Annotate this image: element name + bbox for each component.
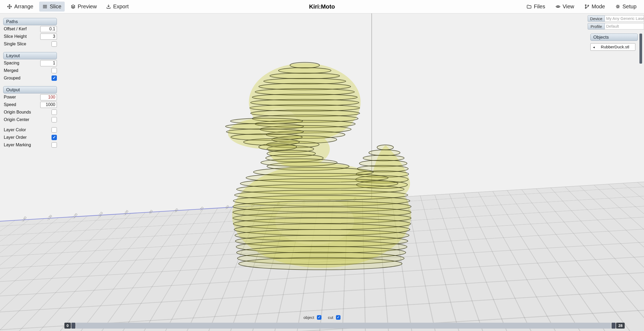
object-toggle-label: object (303, 315, 314, 320)
toolbar-slice-label: Slice (50, 3, 61, 10)
device-label[interactable]: Device (588, 15, 605, 22)
layer-order-label: Layer Order (4, 135, 52, 140)
offset-kerf-input[interactable] (40, 26, 57, 32)
layer-order-checkbox[interactable] (52, 135, 57, 140)
toolbar-files-button[interactable]: Files (523, 2, 548, 12)
slice-height-row: Slice Height (3, 33, 57, 40)
single-slice-checkbox[interactable] (52, 41, 57, 47)
layer-color-checkbox[interactable] (52, 127, 57, 133)
grouped-row: Grouped (3, 74, 57, 82)
app-title: Kiri:Moto (309, 3, 335, 10)
spacing-input[interactable] (40, 60, 57, 66)
layer-marking-label: Layer Marking (4, 143, 52, 147)
toolbar-export-label: Export (113, 3, 129, 10)
toolbar-preview-label: Preview (78, 3, 97, 10)
grouped-label: Grouped (4, 76, 52, 81)
range-track[interactable] (76, 323, 611, 329)
view-icon (555, 4, 561, 9)
device-objects-panel: Device My Any Generic Lase Profile Defau… (577, 15, 644, 51)
cut-visibility-checkbox[interactable] (336, 315, 341, 320)
profile-value[interactable]: Default (605, 23, 644, 30)
single-slice-row: Single Slice (3, 40, 57, 48)
layer-color-row: Layer Color (3, 126, 57, 134)
duck-head-slices (250, 62, 360, 143)
toolbar-slice-button[interactable]: Slice (39, 2, 64, 12)
merged-checkbox[interactable] (52, 68, 57, 73)
range-end-value: 28 (616, 323, 625, 329)
single-slice-label: Single Slice (4, 42, 52, 46)
offset-kerf-row: Offset / Kerf (3, 25, 57, 33)
duck-tail-slices (356, 145, 408, 188)
origin-center-checkbox[interactable] (52, 117, 57, 122)
viewport-3d[interactable]: -140-130-120-110-100-90-80-70-60-50-40-3… (0, 13, 644, 331)
setup-icon (615, 4, 620, 9)
spacing-label: Spacing (4, 61, 40, 66)
device-row: Device My Any Generic Lase (577, 15, 644, 22)
object-visibility-checkbox[interactable] (317, 315, 321, 320)
layer-marking-row: Layer Marking (3, 141, 57, 149)
duck-neck-slices (261, 141, 337, 166)
layer-color-label: Layer Color (4, 128, 52, 132)
toolbar-arrange-button[interactable]: Arrange (4, 2, 36, 12)
layer-visibility-row: object cut (303, 315, 341, 320)
origin-bounds-row: Origin Bounds (3, 108, 57, 116)
top-toolbar: ArrangeSlicePreviewExport Kiri:Moto File… (0, 0, 644, 13)
origin-center-row: Origin Center (3, 116, 57, 123)
cut-toggle-label: cut (328, 315, 333, 320)
toolbar-preview-button[interactable]: Preview (67, 2, 100, 12)
origin-center-label: Origin Center (4, 117, 52, 122)
profile-row: Profile Default (577, 23, 644, 30)
objects-header: Objects (590, 34, 638, 41)
speed-input[interactable] (40, 102, 57, 108)
speed-label: Speed (4, 102, 40, 107)
range-start-handle[interactable] (71, 323, 75, 329)
power-input[interactable] (40, 94, 57, 100)
toolbar-files-label: Files (534, 3, 545, 10)
grid-floor (0, 13, 644, 233)
power-row: Power (3, 93, 57, 101)
section-header-output: Output (3, 86, 57, 93)
objects-scrollbar[interactable] (639, 34, 642, 64)
toolbar-mode-label: Mode (592, 3, 605, 10)
toolbar-setup-label: Setup (623, 3, 636, 10)
settings-panel: PathsOffset / KerfSlice HeightSingle Sli… (3, 18, 57, 149)
toolbar-arrange-label: Arrange (14, 3, 33, 10)
range-start-value: 0 (64, 323, 71, 329)
object-row[interactable]: ◂RubberDuck.stl (590, 43, 635, 51)
arrange-icon (7, 4, 12, 9)
spacing-row: Spacing (3, 59, 57, 67)
build-platform-grid (0, 179, 644, 331)
speed-row: Speed (3, 101, 57, 108)
layer-marking-checkbox[interactable] (52, 142, 57, 148)
layer-range-slider: 0 28 (64, 323, 625, 329)
toolbar-left-group: ArrangeSlicePreviewExport (4, 2, 132, 12)
mode-icon (584, 4, 590, 9)
range-end-handle[interactable] (612, 323, 616, 329)
grouped-checkbox[interactable] (52, 75, 57, 81)
origin-bounds-label: Origin Bounds (4, 110, 52, 115)
section-header-layout: Layout (3, 52, 57, 59)
collapse-arrow-icon[interactable]: ◂ (591, 45, 597, 49)
toolbar-setup-button[interactable]: Setup (612, 2, 640, 12)
toolbar-export-button[interactable]: Export (103, 2, 132, 12)
preview-icon (71, 4, 76, 9)
toolbar-view-button[interactable]: View (552, 2, 577, 12)
duck-beak-slices (225, 118, 303, 150)
merged-label: Merged (4, 68, 52, 73)
profile-label[interactable]: Profile (588, 23, 605, 30)
section-header-paths: Paths (3, 18, 57, 25)
offset-kerf-label: Offset / Kerf (4, 27, 40, 31)
toolbar-mode-button[interactable]: Mode (581, 2, 608, 12)
device-value[interactable]: My Any Generic Lase (605, 15, 644, 22)
slice-icon (42, 4, 47, 9)
object-name: RubberDuck.stl (597, 45, 635, 49)
slice-height-input[interactable] (40, 34, 57, 40)
duck-inner-volume (259, 108, 298, 143)
layer-order-row: Layer Order (3, 134, 57, 141)
origin-bounds-checkbox[interactable] (52, 110, 57, 115)
slice-height-label: Slice Height (4, 34, 40, 39)
power-label: Power (4, 95, 40, 100)
toolbar-right-group: FilesViewModeSetup (523, 2, 640, 12)
files-icon (526, 4, 532, 9)
toolbar-view-label: View (563, 3, 574, 10)
